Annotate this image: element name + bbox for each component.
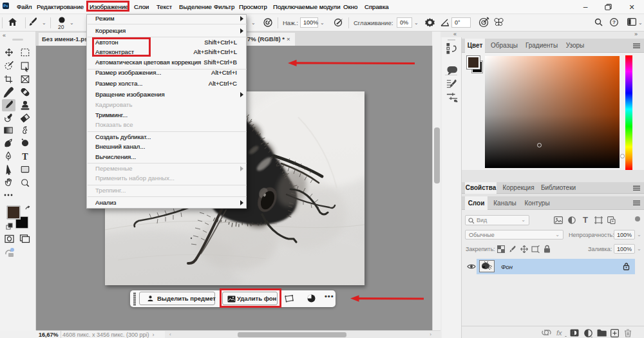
svg-text:?: ? bbox=[612, 19, 616, 25]
svg-text:T: T bbox=[583, 216, 588, 224]
svg-text:T: T bbox=[22, 152, 28, 162]
svg-text:fx: fx bbox=[556, 329, 562, 337]
